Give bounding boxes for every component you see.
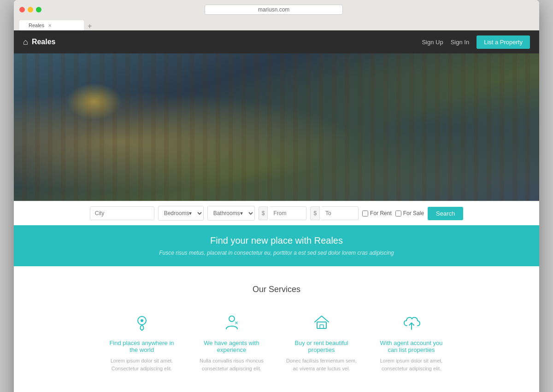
for-sale-label: For Sale xyxy=(403,210,424,216)
signup-link[interactable]: Sign Up xyxy=(422,39,443,46)
service-title-0: Find places anywhere in the world xyxy=(106,339,177,353)
hero-section: NOW IT'S EASY TO FIND YOUR FUTURE HOME W… xyxy=(14,53,539,201)
service-title-3: With agent account you can list properti… xyxy=(376,339,447,353)
service-item-location: Find places anywhere in the world Lorem … xyxy=(101,308,182,377)
browser-chrome: mariusn.com Reales ✕ + xyxy=(14,0,539,30)
service-item-agent: We have agents with experience Nulla con… xyxy=(191,308,272,377)
nav-links: Sign Up Sign In List a Property xyxy=(422,35,530,49)
home-icon: ⌂ xyxy=(23,37,28,47)
navbar: ⌂ Reales Sign Up Sign In List a Property xyxy=(14,30,539,53)
browser-dots xyxy=(19,7,41,12)
brand-name: Reales xyxy=(32,38,56,46)
dollar-to-icon: $ xyxy=(310,206,320,220)
svg-point-1 xyxy=(141,319,143,322)
brand: ⌂ Reales xyxy=(23,37,55,47)
search-bar: Bedrooms▾ Bathrooms▾ $ $ For Rent For Sa… xyxy=(14,201,539,225)
service-item-cloud: With agent account you can list properti… xyxy=(371,308,452,377)
bathrooms-select[interactable]: Bathrooms▾ xyxy=(207,206,255,221)
browser-window: mariusn.com Reales ✕ + ⌂ Reales Sign Up … xyxy=(14,0,539,392)
price-from-group: $ xyxy=(259,206,307,220)
service-item-house: Buy or rent beautiful properties Donec f… xyxy=(281,308,362,377)
city-input[interactable] xyxy=(90,206,154,220)
svg-rect-3 xyxy=(317,322,326,328)
svg-point-2 xyxy=(229,316,235,322)
url-display[interactable]: mariusn.com xyxy=(205,5,343,15)
for-rent-group: For Rent xyxy=(362,210,392,216)
for-sale-group: For Sale xyxy=(395,210,424,216)
price-from-input[interactable] xyxy=(270,206,306,220)
search-button[interactable]: Search xyxy=(428,207,463,220)
teal-banner-title: Find your new place with Reales xyxy=(23,235,530,246)
tab-bar: Reales ✕ + xyxy=(19,20,534,30)
service-title-2: Buy or rent beautiful properties xyxy=(286,339,357,353)
price-to-input[interactable] xyxy=(322,206,359,220)
dollar-from-icon: $ xyxy=(259,206,268,220)
for-rent-checkbox[interactable] xyxy=(362,211,368,216)
dot-maximize[interactable] xyxy=(36,7,41,12)
signin-link[interactable]: Sign In xyxy=(451,39,469,46)
services-title: Our Services xyxy=(23,285,530,294)
price-to-group: $ xyxy=(310,206,359,220)
service-title-1: We have agents with experience xyxy=(196,339,267,353)
teal-banner: Find your new place with Reales Fusce ri… xyxy=(14,225,539,266)
bedrooms-select[interactable]: Bedrooms▾ xyxy=(158,206,204,221)
service-desc-0: Lorem ipsum dolor sit amet. Consectetur … xyxy=(106,357,177,372)
agent-icon xyxy=(223,313,241,334)
address-bar: mariusn.com xyxy=(41,5,506,15)
house-icon xyxy=(312,313,331,334)
tab-close-icon[interactable]: ✕ xyxy=(48,23,52,28)
list-property-button[interactable]: List a Property xyxy=(477,35,530,49)
service-desc-1: Nulla convallis risus rhoncus consectetu… xyxy=(196,357,267,372)
new-tab-button[interactable]: + xyxy=(84,22,95,30)
dot-minimize[interactable] xyxy=(28,7,33,12)
for-rent-label: For Rent xyxy=(370,210,392,216)
dot-close[interactable] xyxy=(19,7,25,12)
location-icon xyxy=(133,313,151,334)
teal-banner-subtitle: Fusce risus metus, placerat in consectet… xyxy=(23,250,530,256)
service-desc-2: Donec facilisis fermentum sem, ac viverr… xyxy=(286,357,357,372)
tab-label: Reales xyxy=(29,23,44,28)
service-desc-3: Lorem ipsum dolor sit amet, consectetur … xyxy=(376,357,447,372)
svg-rect-4 xyxy=(320,325,324,328)
services-grid: Find places anywhere in the world Lorem … xyxy=(101,308,452,377)
browser-tab[interactable]: Reales ✕ xyxy=(19,20,84,30)
services-section: Our Services Find places anywhere in the… xyxy=(14,266,539,391)
for-sale-checkbox[interactable] xyxy=(395,211,401,216)
cloud-upload-icon xyxy=(402,313,421,334)
hero-background xyxy=(14,53,539,201)
